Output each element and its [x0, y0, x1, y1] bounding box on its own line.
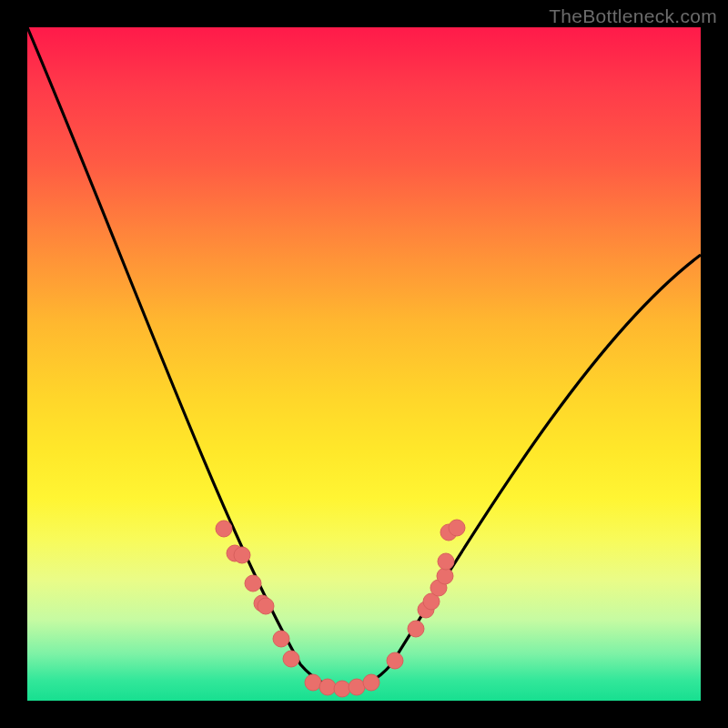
data-points-group [216, 520, 465, 697]
data-point [216, 521, 232, 537]
data-point [283, 651, 299, 667]
data-point [319, 679, 336, 695]
data-point [438, 553, 454, 570]
chart-area [27, 27, 701, 701]
data-point [258, 598, 274, 614]
data-point [408, 621, 424, 637]
data-point [334, 681, 350, 697]
data-point [305, 674, 321, 691]
data-point [437, 568, 453, 584]
watermark-text: TheBottleneck.com [549, 5, 717, 27]
data-point [245, 575, 261, 592]
data-point [449, 520, 465, 536]
data-point [273, 631, 289, 647]
chart-svg [27, 27, 701, 701]
data-point [387, 652, 403, 669]
data-point [234, 547, 250, 563]
data-point [349, 679, 365, 695]
bottleneck-curve [27, 27, 701, 688]
data-point [363, 674, 379, 691]
